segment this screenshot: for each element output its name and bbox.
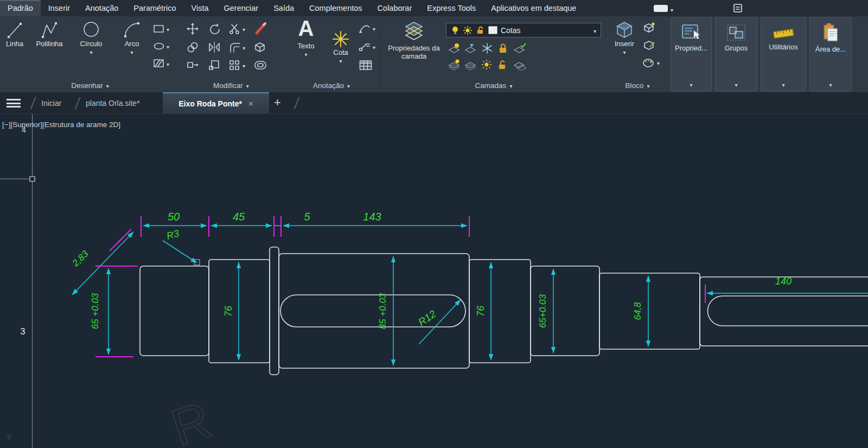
insert-caret-icon xyxy=(623,48,626,56)
text-button[interactable]: A Texto xyxy=(290,17,322,59)
panel-utilitarios[interactable]: Utilitários xyxy=(761,17,806,91)
dimension-button[interactable]: Cota xyxy=(326,29,356,65)
menu-tab-colaborar[interactable]: Colaborar xyxy=(370,0,420,16)
leader-button[interactable] xyxy=(358,23,375,34)
stretch-button[interactable] xyxy=(187,60,199,71)
tab-close-icon[interactable]: × xyxy=(248,99,253,108)
rectangle-button[interactable] xyxy=(153,24,169,34)
drawing-canvas[interactable]: [−][Superior][Estrutura de arame 2D] 4 3… xyxy=(0,114,868,448)
line-button[interactable]: Linha xyxy=(1,20,28,48)
minimize-ribbon-caret-icon[interactable] xyxy=(671,4,673,14)
shaft-outline[interactable] xyxy=(140,247,868,375)
menu-tab-parametrico[interactable]: Paramétrico xyxy=(126,0,183,16)
menu-tab-complementos[interactable]: Complementos xyxy=(302,0,370,16)
copy-button[interactable] xyxy=(187,41,199,53)
new-tab-button[interactable]: + xyxy=(274,92,281,114)
panel-propriedades-label: Propried... xyxy=(675,44,707,52)
dim-143: 143 xyxy=(363,211,381,223)
table-button[interactable] xyxy=(359,60,372,71)
text-caret-icon xyxy=(304,51,307,59)
move-button[interactable] xyxy=(187,23,199,35)
table-icon xyxy=(359,60,372,71)
menu-tab-padrao[interactable]: Padrão xyxy=(0,0,41,16)
panel-grupos[interactable]: Grupos xyxy=(715,17,757,91)
erase-button[interactable] xyxy=(254,22,268,36)
edit-block-button[interactable] xyxy=(642,39,655,51)
fillet-button[interactable] xyxy=(229,41,245,53)
tab-eixo-roda-ponte[interactable]: Eixo Roda Ponte*× xyxy=(163,92,269,114)
layer-freeze-icon xyxy=(481,42,494,54)
panel-propriedades[interactable]: Propried... xyxy=(671,17,712,91)
polyline-button[interactable]: Polilinha xyxy=(29,20,69,48)
create-block-button[interactable] xyxy=(642,22,655,34)
insert-block-button[interactable]: Inserir xyxy=(610,20,639,56)
menu-tab-aplicativos[interactable]: Aplicativos em destaque xyxy=(483,0,584,16)
layer-properties-button[interactable]: Propriedades da camada xyxy=(385,20,443,61)
titlebar-icon[interactable] xyxy=(732,3,743,14)
layer-merge-icon xyxy=(513,59,527,71)
layer-unlock-open-icon xyxy=(497,59,510,71)
minimize-ribbon-icon[interactable] xyxy=(654,5,668,12)
layer-merge-button[interactable] xyxy=(513,59,527,71)
panel-desenhar[interactable]: Desenhar xyxy=(0,78,180,92)
layer-make-current-icon xyxy=(513,42,527,54)
menu-tab-express-tools[interactable]: Express Tools xyxy=(419,0,483,16)
offset-icon xyxy=(254,60,267,71)
extension-ticks[interactable] xyxy=(95,216,705,357)
hatch-button[interactable] xyxy=(153,59,169,68)
array-button[interactable] xyxy=(229,60,245,71)
layer-combo-caret-icon xyxy=(593,26,596,35)
menu-tab-vista[interactable]: Vista xyxy=(184,0,216,16)
layer-on-all-button[interactable] xyxy=(448,59,461,71)
attributes-caret-icon xyxy=(657,58,660,67)
mirror-button[interactable] xyxy=(208,41,220,53)
dim-65-esq: 65 +0.03 xyxy=(90,293,100,329)
explode-button[interactable] xyxy=(254,41,266,53)
panel-area-transferencia[interactable]: Área de... xyxy=(809,17,852,91)
circle-button[interactable]: Círculo xyxy=(72,18,111,56)
layer-isolate-button[interactable] xyxy=(464,42,477,54)
offset-button[interactable] xyxy=(254,60,267,71)
ellipse-button[interactable] xyxy=(153,41,169,51)
trim-button[interactable] xyxy=(229,23,245,35)
insert-block-icon xyxy=(614,20,635,40)
layer-unisolate-button[interactable] xyxy=(464,59,477,71)
sheet-border[interactable] xyxy=(0,114,36,448)
menu-tab-gerenciar[interactable]: Gerenciar xyxy=(216,0,266,16)
menu-tab-saida[interactable]: Saída xyxy=(266,0,302,16)
arc-button[interactable]: Arco xyxy=(113,18,151,56)
layer-make-current-button[interactable] xyxy=(513,42,527,54)
ellipse-icon xyxy=(153,41,165,51)
leader-caret-icon xyxy=(373,23,375,33)
multileader-button[interactable] xyxy=(358,41,375,52)
layer-unlock-button[interactable] xyxy=(497,59,510,71)
circle-label: Círculo xyxy=(80,40,102,48)
panel-modificar[interactable]: Modificar xyxy=(180,78,282,92)
menu-tab-anotacao[interactable]: Anotação xyxy=(78,0,126,16)
insert-block-label: Inserir xyxy=(615,40,634,48)
panel-caret-icon xyxy=(347,81,350,90)
layer-off-button[interactable] xyxy=(448,42,461,54)
layer-combobox[interactable]: Cotas xyxy=(446,23,601,37)
tab-iniciar[interactable]: Iniciar xyxy=(41,92,61,114)
layer-lock-button[interactable] xyxy=(497,42,509,54)
arc-icon xyxy=(122,18,142,40)
model-space[interactable]: 4 3 Y R xyxy=(0,114,868,448)
panel-bloco[interactable]: Bloco xyxy=(607,78,668,92)
panel-camadas[interactable]: Camadas xyxy=(381,78,607,92)
layer-thaw-button[interactable] xyxy=(481,59,493,71)
layer-freeze-button[interactable] xyxy=(481,42,494,54)
autocad-window: Padrão Inserir Anotação Paramétrico Vist… xyxy=(0,0,868,448)
panel-caret-icon xyxy=(735,80,737,89)
panel-caret-icon xyxy=(106,81,109,90)
hamburger-menu-icon[interactable] xyxy=(7,99,21,108)
dimension-texts[interactable]: 50 45 5 143 R3 2,83 65 +0.03 76 85 +0.03… xyxy=(70,211,792,329)
scale-button[interactable] xyxy=(208,60,220,71)
layer-thaw-icon xyxy=(481,59,493,71)
panel-anotacao[interactable]: Anotação xyxy=(282,78,381,92)
rotate-button[interactable] xyxy=(208,23,220,35)
define-attributes-button[interactable] xyxy=(642,56,660,68)
rotate-icon xyxy=(208,23,220,35)
tab-planta-orla[interactable]: planta Orla.site* xyxy=(86,92,140,114)
menu-tab-inserir[interactable]: Inserir xyxy=(41,0,78,16)
